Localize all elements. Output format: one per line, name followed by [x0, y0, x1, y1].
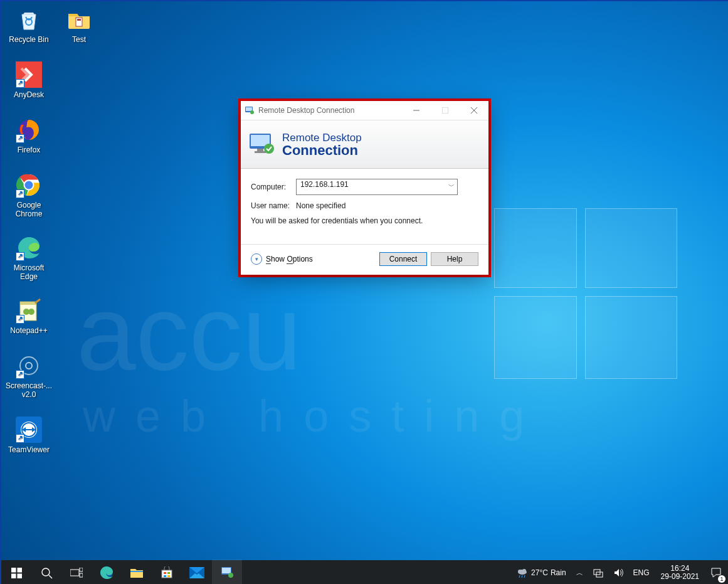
username-label: User name: [251, 201, 296, 210]
computer-value: 192.168.1.191 [300, 180, 349, 189]
highlight-border: Remote Desktop Connection Remote Desktop… [238, 98, 491, 277]
tray-notifications[interactable]: 1 [708, 560, 724, 584]
svg-rect-20 [442, 107, 448, 114]
task-view-button[interactable] [61, 560, 92, 584]
show-options-label: Show Options [266, 255, 313, 263]
folder-icon [66, 6, 92, 33]
desktop-icon-anydesk[interactable]: ↗ AnyDesk [5, 61, 53, 99]
desktop[interactable]: accu web hosting Recycle Bin ↗ AnyDesk ↗… [0, 0, 728, 584]
svg-rect-35 [80, 568, 83, 571]
desktop-icon-label: Screencast-... v2.0 [5, 381, 53, 399]
svg-line-9 [35, 299, 40, 303]
desktop-icon-firefox[interactable]: ↗ Firefox [5, 117, 53, 154]
close-button[interactable] [460, 101, 488, 120]
notification-badge: 1 [718, 575, 725, 583]
tray-clock[interactable]: 16:24 29-09-2021 [657, 565, 703, 581]
desktop-icon-label: Recycle Bin [5, 35, 53, 44]
svg-rect-17 [246, 107, 252, 111]
svg-point-27 [264, 144, 274, 154]
taskbar-running-rdc[interactable] [212, 560, 242, 584]
brand-watermark: accu [76, 271, 302, 394]
dialog-banner: Remote Desktop Connection [241, 120, 488, 169]
svg-point-49 [518, 570, 522, 573]
dialog-title: Remote Desktop Connection [258, 106, 402, 115]
help-button[interactable]: Help [431, 252, 478, 266]
desktop-icon-microsoft-edge[interactable]: ↗ Microsoft Edge [5, 235, 53, 281]
desktop-icon-teamviewer[interactable]: ↗ TeamViewer [5, 417, 53, 454]
svg-rect-42 [164, 575, 166, 577]
desktop-icon-label: Microsoft Edge [5, 263, 53, 281]
tray-volume-icon[interactable] [611, 560, 626, 584]
connect-button[interactable]: Connect [379, 252, 427, 266]
chevron-down-icon: ▾ [251, 253, 262, 265]
svg-rect-29 [17, 568, 22, 573]
svg-rect-38 [130, 571, 143, 572]
rdc-banner-icon [247, 130, 276, 159]
edge-icon: ↗ [16, 235, 42, 261]
taskbar-pinned-edge[interactable] [92, 560, 122, 584]
weather-condition: Rain [551, 568, 566, 577]
tray-chevron[interactable]: ︿ [574, 560, 586, 584]
show-options-toggle[interactable]: ▾ Show Options [251, 253, 313, 265]
clock-date: 29-09-2021 [661, 573, 699, 581]
svg-point-32 [42, 568, 50, 576]
svg-rect-36 [80, 573, 83, 577]
start-button[interactable] [1, 560, 31, 584]
svg-line-33 [49, 575, 52, 578]
svg-point-47 [228, 573, 233, 578]
desktop-icon-screencast[interactable]: ↗ Screencast-... v2.0 [5, 353, 53, 399]
firefox-icon: ↗ [16, 117, 42, 143]
svg-rect-39 [162, 570, 172, 578]
svg-rect-34 [70, 570, 79, 576]
teamviewer-icon: ↗ [16, 417, 42, 443]
computer-label: Computer: [251, 183, 296, 191]
search-button[interactable] [31, 560, 61, 584]
desktop-icon-label: Google Chrome [5, 201, 53, 218]
chevron-down-icon: ﹀ [448, 182, 455, 191]
recycle-bin-icon [16, 6, 42, 33]
notepadpp-icon: ↗ [16, 297, 42, 324]
svg-rect-15 [77, 19, 81, 21]
svg-rect-31 [17, 573, 22, 578]
taskbar-pinned-store[interactable] [152, 560, 182, 584]
svg-rect-28 [11, 568, 16, 573]
taskbar-pinned-explorer[interactable] [122, 560, 152, 584]
desktop-icon-notepadpp[interactable]: ↗ Notepad++ [5, 297, 53, 335]
username-value: None specified [296, 201, 346, 210]
taskbar-pinned-mail[interactable] [182, 560, 212, 584]
dialog-titlebar[interactable]: Remote Desktop Connection [241, 101, 488, 120]
system-tray: 27°C Rain ︿ ENG 16:24 29-09-2021 1 [514, 560, 728, 584]
anydesk-icon: ↗ [16, 61, 42, 88]
svg-point-8 [28, 309, 34, 315]
weather-temp: 27°C [531, 568, 548, 577]
maximize-button[interactable] [431, 101, 460, 120]
desktop-icon-google-chrome[interactable]: ↗ Google Chrome [5, 172, 53, 218]
svg-rect-41 [167, 572, 170, 574]
windows-logo-watermark [494, 208, 676, 378]
svg-point-11 [26, 363, 32, 369]
svg-point-18 [250, 110, 254, 114]
rdc-app-icon [241, 105, 258, 115]
svg-rect-30 [11, 573, 16, 578]
tray-language[interactable]: ENG [631, 560, 652, 584]
minimize-button[interactable] [402, 101, 431, 120]
screencast-icon: ↗ [16, 353, 42, 379]
svg-rect-26 [255, 151, 266, 153]
chrome-icon: ↗ [16, 172, 42, 198]
svg-line-51 [519, 575, 520, 578]
tray-network-icon[interactable] [591, 560, 606, 584]
svg-rect-46 [222, 568, 231, 573]
weather-widget[interactable]: 27°C Rain [514, 560, 569, 584]
banner-heading-line2: Connection [282, 144, 362, 157]
svg-rect-40 [164, 572, 166, 574]
desktop-icon-label: AnyDesk [5, 90, 53, 99]
desktop-icon-label: TeamViewer [5, 445, 53, 454]
svg-rect-43 [167, 575, 170, 577]
brand-watermark-sub: web hosting [83, 390, 544, 442]
desktop-icon-recycle-bin[interactable]: Recycle Bin [5, 6, 53, 44]
svg-point-3 [24, 181, 34, 190]
computer-combobox[interactable]: 192.168.1.191 ﹀ [296, 179, 458, 195]
desktop-icon-test-folder[interactable]: Test [55, 6, 103, 44]
remote-desktop-dialog: Remote Desktop Connection Remote Desktop… [241, 101, 488, 275]
desktop-icon-label: Test [55, 35, 103, 44]
